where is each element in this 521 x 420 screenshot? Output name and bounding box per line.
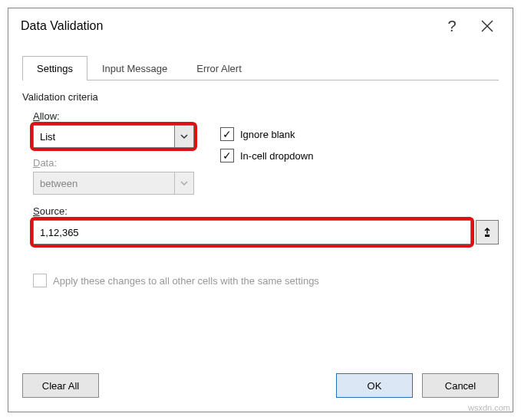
allow-value: List xyxy=(33,125,174,148)
in-cell-dropdown-checkbox[interactable]: ✓ In-cell dropdown xyxy=(220,149,313,162)
ignore-blank-checkbox[interactable]: ✓ Ignore blank xyxy=(220,127,313,141)
range-selector-button[interactable] xyxy=(476,220,499,244)
checkbox-checked-icon: ✓ xyxy=(220,149,234,162)
dialog-body: Settings Input Message Error Alert Valid… xyxy=(8,44,513,366)
data-label: Data: xyxy=(33,157,194,169)
data-dropdown-button xyxy=(174,172,194,195)
in-cell-dropdown-label: In-cell dropdown xyxy=(240,150,313,162)
dialog-title: Data Validation xyxy=(16,19,434,33)
tab-strip: Settings Input Message Error Alert xyxy=(22,56,499,80)
tab-settings[interactable]: Settings xyxy=(22,56,87,80)
range-selector-icon xyxy=(482,227,493,238)
tab-error-alert[interactable]: Error Alert xyxy=(182,56,256,80)
allow-dropdown-button[interactable] xyxy=(174,125,194,148)
allow-dropdown[interactable]: List xyxy=(33,125,194,148)
checkbox-unchecked-icon xyxy=(33,274,47,287)
source-label: Source: xyxy=(33,205,499,217)
checkbox-checked-icon: ✓ xyxy=(220,127,234,141)
help-button[interactable]: ? xyxy=(434,13,470,39)
watermark: wsxdn.com xyxy=(468,403,510,412)
titlebar: Data Validation ? xyxy=(8,8,513,44)
svg-rect-2 xyxy=(485,235,490,237)
dialog-footer: Clear All OK Cancel xyxy=(8,366,513,412)
clear-all-button[interactable]: Clear All xyxy=(22,373,99,398)
cancel-button[interactable]: Cancel xyxy=(422,373,499,398)
data-validation-dialog: Data Validation ? Settings Input Message… xyxy=(8,8,513,412)
chevron-down-icon xyxy=(180,133,188,140)
apply-changes-checkbox: Apply these changes to all other cells w… xyxy=(33,274,499,287)
close-icon xyxy=(481,20,493,32)
ignore-blank-label: Ignore blank xyxy=(240,129,295,140)
apply-changes-label: Apply these changes to all other cells w… xyxy=(53,275,319,287)
source-input[interactable] xyxy=(33,220,471,244)
data-value: between xyxy=(33,172,174,195)
data-dropdown: between xyxy=(33,172,194,195)
chevron-down-icon xyxy=(180,179,188,187)
allow-label: Allow: xyxy=(33,110,194,122)
tab-input-message[interactable]: Input Message xyxy=(87,56,182,80)
validation-criteria-group: Validation criteria Allow: List Data: xyxy=(22,91,499,358)
close-button[interactable] xyxy=(470,13,505,39)
group-label: Validation criteria xyxy=(22,91,499,103)
ok-button[interactable]: OK xyxy=(336,373,413,398)
